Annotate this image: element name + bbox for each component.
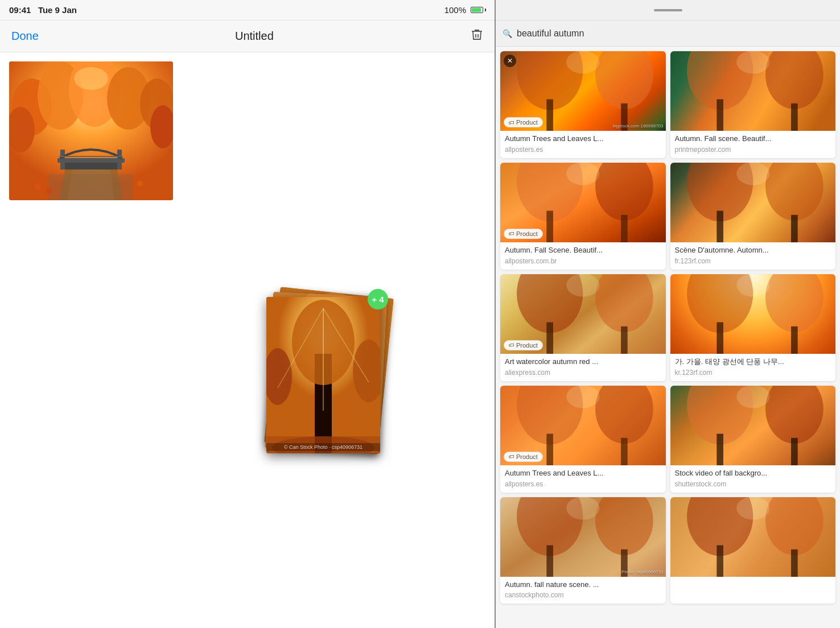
result-info: 가. 가을. 태양 광선에 단풍 나무...kr.123rf.com [670,354,836,381]
result-info: Autumn. Fall scene. Beautif...printmepos… [670,131,836,158]
svg-point-62 [595,274,653,332]
svg-point-50 [595,163,653,221]
product-badge: 🏷Product [504,117,543,127]
result-title: Stock video of fall backgro... [675,469,831,478]
result-source: fr.123rf.com [675,257,831,265]
svg-rect-75 [546,433,553,465]
svg-rect-52 [621,215,628,242]
result-item[interactable]: ✕🏷Productbigstock.com 190998703Autumn Tr… [500,51,666,158]
drag-image-stack[interactable]: © Can Stock Photo · csp40906731 + 4 [266,297,380,453]
result-source: allposters.es [505,480,661,488]
svg-rect-58 [791,215,798,242]
result-item[interactable]: Autumn. Fall scene. Beautif...printmepos… [670,51,836,158]
svg-point-85 [517,497,583,556]
svg-point-74 [595,386,653,444]
svg-point-72 [736,274,769,296]
svg-rect-63 [546,322,553,353]
svg-point-56 [765,163,823,221]
svg-point-68 [765,274,823,332]
time: 09:41 [9,5,31,15]
svg-point-92 [765,497,823,555]
result-item[interactable]: Stock video of fall backgro...shuttersto… [670,386,836,493]
svg-point-91 [687,497,753,556]
product-badge-icon: 🏷 [509,453,514,460]
svg-rect-46 [791,104,798,131]
right-status-bar [496,0,840,20]
svg-point-80 [765,386,823,444]
svg-point-60 [736,163,769,185]
result-info: Autumn Trees and Leaves L...allposters.e… [500,465,666,493]
status-time-date: 09:41 Tue 9 Jan [9,5,77,15]
autumn-bridge-svg [9,61,173,200]
status-bar: 09:41 Tue 9 Jan 100% [0,0,495,20]
svg-rect-93 [717,545,723,576]
svg-point-42 [566,51,599,73]
result-item[interactable]: 🏷ProductAutumn. Fall Scene. Beautif...al… [500,163,666,270]
done-button[interactable]: Done [11,30,39,43]
svg-point-86 [595,497,653,555]
svg-rect-64 [621,327,628,354]
svg-rect-81 [717,433,723,465]
result-thumbnail [670,51,836,131]
battery-body [471,7,483,13]
status-right: 100% [444,5,486,15]
svg-rect-39 [546,100,553,131]
result-thumbnail [670,497,836,577]
drag-front-image: © Can Stock Photo · csp40906731 [266,297,380,453]
result-title: Art watercolor autumn red ... [505,357,661,367]
battery-icon [471,7,486,13]
svg-rect-10 [60,150,65,170]
result-item[interactable] [670,497,836,604]
svg-point-61 [517,274,583,333]
product-badge-label: Product [516,453,538,460]
delete-button[interactable] [470,28,484,45]
svg-point-84 [736,386,769,408]
result-item[interactable]: Photo: csp40906731Autumn. fall nature sc… [500,497,666,604]
battery-percent: 100% [444,5,466,15]
result-item[interactable]: 🏷ProductArt watercolor autumn red ...ali… [500,274,666,381]
svg-point-43 [687,51,753,110]
svg-rect-11 [117,150,122,170]
svg-point-14 [34,183,41,190]
page-title: Untitled [235,30,274,43]
battery-cap [485,9,486,11]
product-badge-icon: 🏷 [509,119,514,126]
svg-point-15 [46,188,52,194]
svg-point-54 [566,163,599,185]
result-title: Autumn. fall nature scene. ... [505,580,661,590]
svg-rect-76 [621,437,628,465]
result-item[interactable]: Scène D'automne. Automn...fr.123rf.com [670,163,836,270]
svg-point-96 [736,497,769,519]
result-thumbnail: 🏷Product [500,386,666,465]
svg-point-66 [566,274,599,296]
result-source: allposters.es [505,146,661,154]
svg-rect-87 [546,545,553,576]
result-thumbnail: Photo: csp40906731 [500,497,666,577]
result-info: Autumn. fall nature scene. ...canstockph… [500,577,666,604]
result-info: Autumn Trees and Leaves L...allposters.e… [500,131,666,158]
result-title: Autumn Trees and Leaves L... [505,134,661,144]
date: Tue 9 Jan [38,5,77,15]
svg-point-73 [517,386,583,444]
svg-point-55 [687,163,753,221]
product-badge-label: Product [516,230,538,237]
result-thumbnail: 🏷Product [500,274,666,354]
result-thumbnail [670,163,836,242]
result-title: Scène D'automne. Automn... [675,246,831,255]
search-bar[interactable]: 🔍 beautiful autumn [496,20,840,47]
close-button[interactable]: ✕ [504,55,516,67]
product-badge-label: Product [516,342,538,349]
right-panel: 🔍 beautiful autumn ✕🏷Productbigstock.com… [495,0,840,628]
svg-point-49 [517,163,583,221]
result-thumbnail: ✕🏷Productbigstock.com 190998703 [500,51,666,131]
product-badge-icon: 🏷 [509,230,514,237]
result-item[interactable]: 가. 가을. 태양 광선에 단풍 나무...kr.123rf.com [670,274,836,381]
svg-point-79 [687,386,753,444]
result-thumbnail [670,386,836,465]
result-thumbnail: 🏷Product [500,163,666,242]
result-source: aliexpress.com [505,369,661,377]
svg-point-38 [595,51,653,109]
result-item[interactable]: 🏷ProductAutumn Trees and Leaves L...allp… [500,386,666,493]
search-icon: 🔍 [503,29,512,38]
product-badge: 🏷Product [504,452,543,462]
